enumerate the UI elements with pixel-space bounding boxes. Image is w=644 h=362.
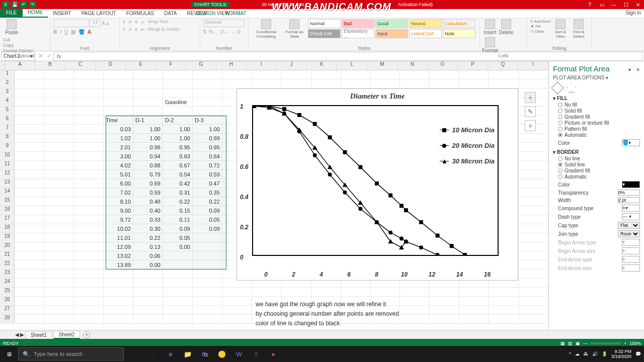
align-mid-icon[interactable]: ≡ (129, 19, 132, 25)
zoom-out-icon[interactable]: — (583, 341, 588, 346)
auto-line-radio[interactable]: Automatic (558, 174, 640, 179)
notifications-icon[interactable]: 💬 (635, 351, 641, 356)
effects-tab-icon[interactable] (567, 83, 576, 93)
help-icon[interactable]: ? (584, 0, 596, 9)
style-calculation[interactable]: Calculation (443, 19, 475, 28)
edge-icon[interactable]: e (163, 346, 178, 361)
border-icon[interactable]: ▦ (71, 29, 75, 35)
view-break-icon[interactable]: ▣ (576, 341, 580, 346)
file-tab[interactable]: FILE (0, 9, 23, 18)
style-explanatory[interactable]: Explanatory … (342, 29, 374, 38)
store-icon[interactable]: 🛍 (197, 346, 212, 361)
taskbar-clock[interactable]: 9:32 PM3/19/2020 (611, 349, 631, 359)
undo-icon[interactable]: ↶ (20, 1, 27, 8)
cap-select[interactable]: Flat (618, 222, 640, 229)
tray-chevron-icon[interactable]: ^ (569, 351, 571, 356)
copy-button[interactable]: Copy (3, 43, 33, 48)
style-check-cell[interactable]: Check Cell (308, 29, 341, 38)
font-size-input[interactable]: 14 (90, 19, 101, 27)
italic-icon[interactable]: I (60, 29, 61, 35)
fill-section[interactable]: FILL (553, 96, 640, 101)
border-section[interactable]: BORDER (553, 149, 640, 155)
insert-cells-button[interactable]: Insert (483, 19, 497, 35)
align-right-icon[interactable]: ≡ (135, 27, 138, 32)
chart-filters-button[interactable]: ▿ (525, 120, 536, 131)
line-color-swatch[interactable]: ▾ (622, 181, 640, 188)
style-good[interactable]: Good (375, 19, 408, 28)
ribbon-options-icon[interactable]: ▭ (596, 0, 608, 9)
no-fill-radio[interactable]: No fill (558, 102, 640, 108)
insert-tab[interactable]: INSERT (48, 9, 76, 18)
begin-arrow-size[interactable]: ▾ (622, 247, 640, 254)
style-neutral[interactable]: Neutral (409, 19, 442, 28)
pane-close-icon[interactable]: ✕ (636, 67, 640, 72)
zoom-level[interactable]: 100% (629, 341, 641, 346)
redo-icon[interactable]: ↷ (29, 1, 36, 8)
onedrive-icon[interactable]: ☁ (575, 351, 580, 356)
no-line-radio[interactable]: No line (558, 156, 640, 161)
chart-legend[interactable]: 10 Micron Dia 20 Micron Dia 30 Micron Di… (440, 118, 495, 173)
bold-icon[interactable]: B (53, 29, 57, 35)
word-icon[interactable]: W (231, 346, 247, 361)
start-button[interactable]: ⊞ (0, 346, 18, 362)
view-normal-icon[interactable]: ▦ (560, 341, 565, 346)
column-headers[interactable]: ABCDEFGHIJKLMNOPQI (0, 61, 548, 70)
delete-cells-button[interactable]: Delete (499, 19, 513, 35)
fx-icon[interactable]: fx (54, 53, 64, 59)
home-tab[interactable]: HOME (23, 8, 48, 18)
format-cells-button[interactable]: Format (483, 37, 497, 53)
orientation-icon[interactable]: ➶ (141, 19, 145, 25)
style-normal[interactable]: Normal (308, 19, 341, 28)
style-input[interactable]: Input (375, 29, 408, 38)
currency-icon[interactable]: $ (203, 29, 206, 35)
percent-icon[interactable]: % (209, 29, 213, 35)
zoom-in-icon[interactable]: + (624, 341, 626, 346)
chart-elements-button[interactable]: ＋ (525, 92, 536, 103)
sheet1-tab[interactable]: Sheet1 (25, 331, 52, 338)
width-input[interactable] (618, 197, 640, 203)
solid-fill-radio[interactable]: Solid fill (558, 108, 640, 114)
close-icon[interactable]: ✕ (632, 0, 644, 9)
fill-color-icon[interactable]: 🪣 (78, 29, 85, 35)
sort-filter-button[interactable]: Sort & Filter (552, 19, 569, 39)
chart-styles-button[interactable]: ✎ (525, 106, 536, 117)
picture-fill-radio[interactable]: Picture or texture fill (558, 120, 640, 126)
view-layout-icon[interactable]: ▥ (568, 341, 573, 346)
formulas-tab[interactable]: FORMULAS (121, 9, 159, 18)
pane-dropdown-icon[interactable]: ▾ (628, 67, 631, 72)
network-icon[interactable]: 🖧 (584, 351, 588, 356)
formula-bar[interactable]: fx (53, 52, 643, 61)
maximize-icon[interactable]: ☐ (620, 0, 632, 9)
indent-dec-icon[interactable]: ⇤ (141, 27, 145, 32)
comma-icon[interactable]: , (215, 29, 217, 35)
fill-color-swatch[interactable]: 🪣▾ (622, 139, 640, 146)
style-linked-cell[interactable]: Linked Cell (409, 29, 442, 38)
inc-decimal-icon[interactable]: .0→ (219, 29, 228, 35)
file-explorer-icon[interactable]: 📁 (180, 346, 195, 361)
cortana-icon[interactable]: ○ (129, 346, 144, 361)
page-layout-tab[interactable]: PAGE LAYOUT (76, 9, 121, 18)
paste-button[interactable]: Paste (3, 19, 20, 35)
volume-icon[interactable]: 🔊 (592, 351, 598, 356)
conditional-formatting-button[interactable]: Conditional Formatting (252, 19, 281, 39)
task-view-icon[interactable]: ▭ (146, 346, 161, 361)
bandicam-icon[interactable]: ● (266, 346, 281, 361)
gradient-fill-radio[interactable]: Gradient fill (558, 114, 640, 120)
chrome-icon[interactable]: 🟡 (214, 346, 229, 361)
format-tab[interactable]: FORMAT (220, 9, 251, 18)
merge-center-button[interactable]: Merge & Center (148, 27, 180, 32)
pane-subtitle[interactable]: PLOT AREA OPTIONS ▾ (553, 75, 640, 80)
transparency-input[interactable] (618, 190, 640, 196)
fill-button[interactable]: ▼ Fill (530, 24, 550, 29)
format-as-table-button[interactable]: Format as Table (283, 19, 306, 39)
wrap-text-button[interactable]: Wrap Text (148, 19, 168, 25)
font-color-icon[interactable]: A (88, 29, 91, 35)
style-note[interactable]: Note (443, 29, 475, 38)
compound-select[interactable]: ≡▾ (622, 205, 640, 212)
increase-font-icon[interactable]: A (102, 21, 105, 26)
auto-fill-radio[interactable]: Automatic (558, 132, 640, 138)
new-sheet-button[interactable]: + (83, 331, 90, 338)
excel-taskbar-icon[interactable]: X (249, 346, 264, 361)
gradient-line-radio[interactable]: Gradient fill (558, 168, 640, 173)
solid-line-radio[interactable]: Solid line (558, 162, 640, 167)
